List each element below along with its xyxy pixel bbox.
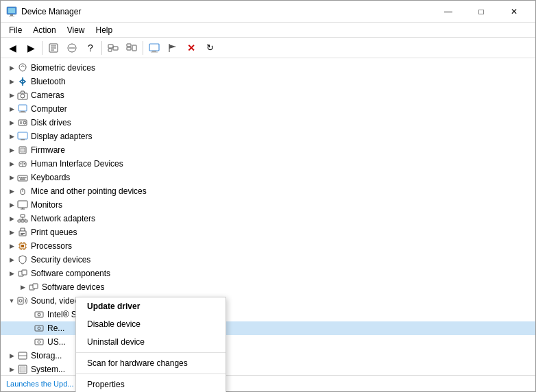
refresh-button[interactable]: ↻ — [201, 39, 219, 57]
scan-button[interactable] — [63, 39, 81, 57]
context-menu-update-driver[interactable]: Update driver — [76, 297, 226, 315]
context-menu-sep-2 — [76, 373, 226, 374]
tree-toggle-empty — [23, 309, 34, 320]
help-button[interactable]: ? — [82, 39, 99, 57]
tree-item-label: Storag... — [31, 351, 62, 360]
tree-toggle[interactable]: ▶ — [6, 76, 17, 87]
list-item[interactable]: ▶ Processors — [1, 239, 535, 253]
tree-toggle[interactable]: ▶ — [6, 90, 17, 101]
minimize-button[interactable]: — — [433, 1, 464, 22]
tree-toggle[interactable]: ▶ — [6, 364, 17, 375]
tree-toggle[interactable]: ▶ — [6, 227, 17, 238]
tree-toggle[interactable]: ▶ — [6, 145, 17, 156]
tree-item-label: Print queues — [31, 228, 77, 237]
collapse-button[interactable] — [123, 39, 141, 57]
tree-item-label: System... — [31, 365, 65, 374]
svg-rect-29 — [18, 132, 27, 139]
tree-toggle[interactable]: ▶ — [6, 241, 17, 252]
tree-toggle[interactable]: ▶ — [6, 199, 17, 210]
tree-toggle[interactable]: ▶ — [6, 254, 17, 265]
storage-icon — [17, 350, 28, 361]
menu-help[interactable]: Help — [90, 23, 119, 37]
tree-toggle[interactable]: ▶ — [6, 158, 17, 169]
tree-toggle[interactable]: ▶ — [6, 268, 17, 279]
svg-rect-12 — [113, 47, 118, 50]
tree-toggle[interactable]: ▶ — [6, 186, 17, 197]
svg-rect-30 — [21, 139, 25, 140]
expand-button[interactable] — [104, 39, 122, 57]
list-item[interactable]: ▶ Firmware — [1, 143, 535, 157]
window-title: Device Manager — [21, 7, 433, 16]
context-menu-properties[interactable]: Properties — [76, 376, 226, 392]
flag-button[interactable] — [164, 39, 182, 57]
context-menu-scan-hardware[interactable]: Scan for hardware changes — [76, 354, 226, 372]
list-item[interactable]: ▶ Computer — [1, 102, 535, 116]
tree-toggle[interactable]: ▶ — [6, 117, 17, 128]
menu-file[interactable]: File — [3, 23, 27, 37]
uninstall-device-label: Uninstall device — [87, 337, 145, 347]
monitor-icon — [17, 199, 28, 210]
system-icon — [17, 364, 28, 375]
back-button[interactable]: ◀ — [3, 39, 21, 57]
tree-toggle[interactable]: ▶ — [6, 172, 17, 183]
svg-rect-81 — [20, 367, 25, 372]
tree-item-label: Keyboards — [31, 173, 70, 182]
toolbar-sep-3 — [143, 41, 143, 55]
tree-item-label: Disk drives — [31, 118, 71, 127]
list-item[interactable]: ▶ Biometric devices — [1, 61, 535, 75]
tree-item-label: Biometric devices — [31, 63, 95, 73]
menu-view[interactable]: View — [62, 23, 90, 37]
svg-rect-13 — [127, 44, 131, 47]
menu-action[interactable]: Action — [27, 23, 61, 37]
computer-icon — [17, 103, 28, 114]
tree-toggle[interactable]: ▶ — [6, 350, 17, 361]
list-item[interactable]: ▶ Print queues — [1, 225, 535, 239]
tree-toggle[interactable]: ▶ — [6, 103, 17, 114]
list-item[interactable]: ▶ Cameras — [1, 88, 535, 102]
svg-rect-37 — [18, 175, 27, 181]
svg-rect-25 — [19, 120, 27, 125]
remove-button[interactable]: ✕ — [182, 39, 200, 57]
tree-item-label: US... — [47, 337, 66, 347]
context-menu-disable-device[interactable]: Disable device — [76, 315, 226, 333]
svg-rect-14 — [127, 47, 131, 50]
tree-item-label: Computer — [31, 104, 67, 114]
list-item[interactable]: ▶ Disk drives — [1, 116, 535, 130]
svg-rect-11 — [108, 49, 112, 51]
list-item[interactable]: ▶ Bluetooth — [1, 75, 535, 88]
list-item[interactable]: ▶ Security devices — [1, 253, 535, 267]
list-item[interactable]: ▶ Mice and other pointing devices — [1, 184, 535, 198]
context-menu-uninstall-device[interactable]: Uninstall device — [76, 333, 226, 351]
tree-toggle[interactable]: ▶ — [6, 213, 17, 224]
close-button[interactable]: ✕ — [498, 1, 530, 22]
svg-rect-18 — [151, 51, 158, 52]
properties-button[interactable] — [45, 39, 62, 57]
list-item[interactable]: ▶ Display adapters — [1, 130, 535, 143]
svg-rect-22 — [19, 105, 27, 111]
forward-button[interactable]: ▶ — [22, 39, 40, 57]
toolbar: ◀ ▶ ? — [1, 38, 535, 58]
svg-point-71 — [19, 299, 22, 302]
svg-rect-67 — [22, 270, 27, 275]
list-item[interactable]: ▶ Software components — [1, 267, 535, 280]
tree-toggle[interactable]: ▶ — [6, 62, 17, 73]
tree-toggle[interactable]: ▼ — [6, 295, 17, 306]
list-item[interactable]: ▶ Keyboards — [1, 171, 535, 184]
svg-point-35 — [21, 163, 22, 164]
tree-toggle[interactable]: ▶ — [17, 282, 28, 293]
tree-toggle[interactable]: ▶ — [6, 131, 17, 142]
list-item[interactable]: ▶ Human Interface Devices — [1, 157, 535, 171]
monitor-button[interactable] — [145, 39, 163, 57]
list-item[interactable]: ▶ Network adapters — [1, 212, 535, 225]
list-item[interactable]: ▶ Monitors — [1, 198, 535, 212]
maximize-button[interactable]: □ — [465, 1, 497, 22]
list-item[interactable]: ▶ Software devices — [1, 280, 535, 294]
svg-rect-49 — [21, 220, 24, 222]
security-icon — [17, 254, 28, 265]
print-icon — [17, 227, 28, 238]
tree-item-label: Cameras — [31, 90, 64, 100]
toolbar-sep-1 — [42, 41, 42, 55]
status-text: Launches the Upd... — [6, 380, 73, 388]
software-devices-icon — [28, 282, 39, 293]
app-icon — [6, 6, 17, 17]
